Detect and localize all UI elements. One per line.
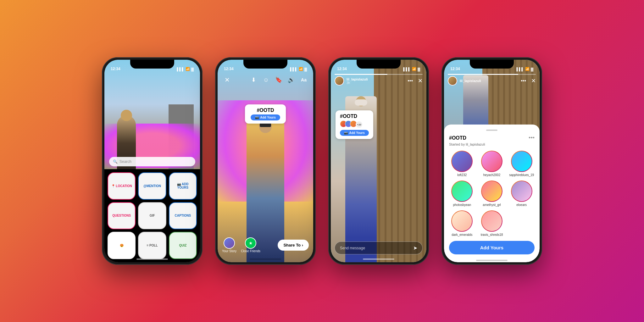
story-toolbar: ✕ ⬇ ☺ 🔖 🔊 Aa bbox=[218, 73, 313, 87]
your-story-label: Your Story bbox=[222, 249, 236, 253]
story-avatar-3[interactable] bbox=[335, 76, 344, 86]
sticker-mention[interactable]: @MENTION bbox=[138, 172, 166, 200]
panel-title: #OOTD bbox=[449, 135, 466, 141]
battery-icon-1: ▓ bbox=[191, 67, 194, 71]
wifi-icon-3: 📶 bbox=[412, 67, 416, 71]
status-icons-1: ▌▌▌ 📶 ▓ bbox=[177, 67, 194, 71]
panel-user-1[interactable]: heyach2002 bbox=[479, 151, 505, 177]
your-story-avatar[interactable] bbox=[224, 237, 235, 249]
status-icons-4: ▌▌▌ 📶 ▓ bbox=[517, 67, 533, 71]
send-message-placeholder: Send message bbox=[340, 246, 365, 250]
send-icon[interactable]: ➤ bbox=[413, 245, 417, 251]
download-icon[interactable]: ⬇ bbox=[248, 75, 258, 85]
phone1-photo bbox=[104, 60, 200, 171]
mute-icon[interactable]: 🔊 bbox=[286, 75, 296, 85]
panel-user-3[interactable]: photosbyean bbox=[449, 180, 475, 207]
search-placeholder-1: Search bbox=[119, 159, 131, 164]
panel-more-icon[interactable]: ••• bbox=[529, 135, 535, 141]
hashtag-title-2: #OOTD bbox=[251, 108, 280, 113]
sticker-addyours-1[interactable]: 📷 ADD YOURS bbox=[169, 172, 197, 200]
panel-users-grid: loft232 heyach2002 bbox=[449, 151, 535, 236]
story-username-4: lil_lapislazuli bbox=[460, 79, 518, 83]
notch-4 bbox=[470, 60, 514, 69]
story-user-info-4: lil_lapislazuli bbox=[460, 79, 518, 83]
home-indicator-3 bbox=[363, 258, 394, 260]
sticker-search[interactable]: 🔍 Search bbox=[109, 157, 195, 166]
more-icon-4[interactable]: ••• bbox=[521, 78, 526, 84]
camera-icon-3: 📷 bbox=[344, 131, 348, 135]
story-time-3: 3h bbox=[347, 81, 405, 85]
signal-icon-1: ▌▌▌ bbox=[177, 67, 184, 71]
battery-icon-3: ▓ bbox=[418, 67, 420, 71]
sticker-captions[interactable]: CAPTIONS bbox=[169, 202, 197, 230]
panel-username-6: dark_emeralds bbox=[452, 233, 472, 236]
share-to-button[interactable]: Share To › bbox=[278, 240, 309, 251]
sticker-location[interactable]: 📍 LOCATION bbox=[108, 172, 136, 200]
notch-2 bbox=[243, 60, 287, 69]
story-share-bar: Your Story ★ Close Friends Share To › bbox=[218, 237, 313, 253]
add-yours-big-button[interactable]: Add Yours bbox=[449, 241, 535, 254]
emoji-icon[interactable]: ☺ bbox=[261, 75, 271, 85]
panel-user-5[interactable]: eloears bbox=[508, 180, 535, 207]
close-button-2[interactable]: ✕ bbox=[222, 75, 232, 85]
panel-username-4: amethyst_grl bbox=[483, 203, 501, 207]
sticker-icon[interactable]: 🔖 bbox=[274, 75, 284, 85]
text-icon[interactable]: Aa bbox=[299, 75, 309, 85]
search-icon-1: 🔍 bbox=[113, 159, 118, 164]
phone-1: 12:34 ▌▌▌ 📶 ▓ 🔍 Search bbox=[102, 57, 203, 265]
sticker-quiz[interactable]: QUIZ bbox=[169, 232, 197, 259]
phone-3: 12:34 ▌▌▌ 📶 ▓ bbox=[328, 57, 429, 265]
wifi-icon-4: 📶 bbox=[525, 67, 530, 71]
panel-user-2[interactable]: sapphireblues_19 bbox=[508, 151, 535, 177]
sticker-poll[interactable]: = POLL bbox=[138, 232, 166, 259]
sticker-gif[interactable]: GIF bbox=[138, 202, 166, 230]
panel-drag-handle[interactable] bbox=[486, 130, 497, 131]
story-username-3: lil_lapislazuli bbox=[347, 77, 405, 81]
panel-user-7[interactable]: travis_shreds18 bbox=[479, 210, 505, 236]
add-yours-btn-2[interactable]: 📷 Add Yours bbox=[251, 114, 280, 120]
status-icons-3: ▌▌▌ 📶 ▓ bbox=[403, 67, 420, 71]
time-2: 12:34 bbox=[224, 67, 234, 71]
panel-username-0: loft232 bbox=[457, 173, 467, 177]
panel-username-5: eloears bbox=[516, 203, 527, 207]
toolbar-right: ⬇ ☺ 🔖 🔊 Aa bbox=[248, 75, 309, 85]
story-user-info-3: lil_lapislazuli 3h bbox=[347, 77, 405, 85]
phone-4: 12:34 ▌▌▌ 📶 ▓ bbox=[441, 57, 542, 265]
sticker-questions[interactable]: QUESTIONS bbox=[108, 202, 136, 230]
hashtag-sticker-3[interactable]: #OOTD +20 📷 Add Yours bbox=[336, 110, 373, 139]
hashtag-sticker-2[interactable]: #OOTD 📷 Add Yours bbox=[245, 104, 286, 124]
story-avatar-4[interactable] bbox=[448, 76, 457, 86]
panel-username-1: heyach2002 bbox=[483, 173, 501, 177]
participant-avatars bbox=[340, 120, 355, 127]
close-button-3[interactable]: ✕ bbox=[418, 77, 423, 84]
panel-user-6[interactable]: dark_emeralds bbox=[449, 210, 475, 236]
panel-user-4[interactable]: amethyst_grl bbox=[479, 180, 505, 207]
story-share-options: Your Story ★ Close Friends bbox=[222, 237, 260, 253]
story-viewer-header-3: lil_lapislazuli 3h ••• ✕ bbox=[331, 76, 426, 86]
wifi-icon-1: 📶 bbox=[186, 67, 190, 71]
close-friends-btn[interactable]: ★ bbox=[245, 237, 256, 249]
story-viewer-header-4: lil_lapislazuli ••• ✕ bbox=[444, 76, 540, 86]
add-yours-panel: #OOTD ••• Started by lil_lapislazuli lof… bbox=[444, 125, 540, 262]
battery-icon-2: ▓ bbox=[304, 67, 307, 71]
more-icon-3[interactable]: ••• bbox=[408, 78, 413, 84]
home-indicator-1 bbox=[136, 258, 168, 260]
time-3: 12:34 bbox=[337, 67, 347, 71]
hashtag-title-3: #OOTD bbox=[340, 114, 369, 119]
panel-username-3: photosbyean bbox=[453, 203, 471, 207]
close-friends-label: Close Friends bbox=[241, 249, 260, 253]
phones-container: 12:34 ▌▌▌ 📶 ▓ 🔍 Search bbox=[0, 0, 644, 322]
send-message-bar[interactable]: Send message ➤ bbox=[335, 242, 423, 254]
sticker-emoji[interactable]: 😍 bbox=[108, 232, 136, 259]
story-progress-4 bbox=[448, 74, 536, 75]
close-button-4[interactable]: ✕ bbox=[531, 77, 536, 84]
home-indicator-4 bbox=[476, 260, 508, 261]
sticker-grid: 📍 LOCATION @MENTION 📷 ADD YOURS QUESTION… bbox=[104, 169, 200, 262]
phone-2: 12:34 ▌▌▌ 📶 ▓ ✕ ⬇ ☺ bbox=[215, 57, 316, 265]
panel-user-0[interactable]: loft232 bbox=[449, 151, 475, 177]
participant-count: +20 bbox=[356, 121, 363, 128]
home-indicator-2 bbox=[250, 258, 281, 260]
add-yours-btn-3[interactable]: 📷 Add Yours bbox=[340, 130, 369, 136]
panel-header: #OOTD ••• bbox=[449, 135, 535, 141]
panel-username-2: sapphireblues_19 bbox=[509, 173, 534, 177]
